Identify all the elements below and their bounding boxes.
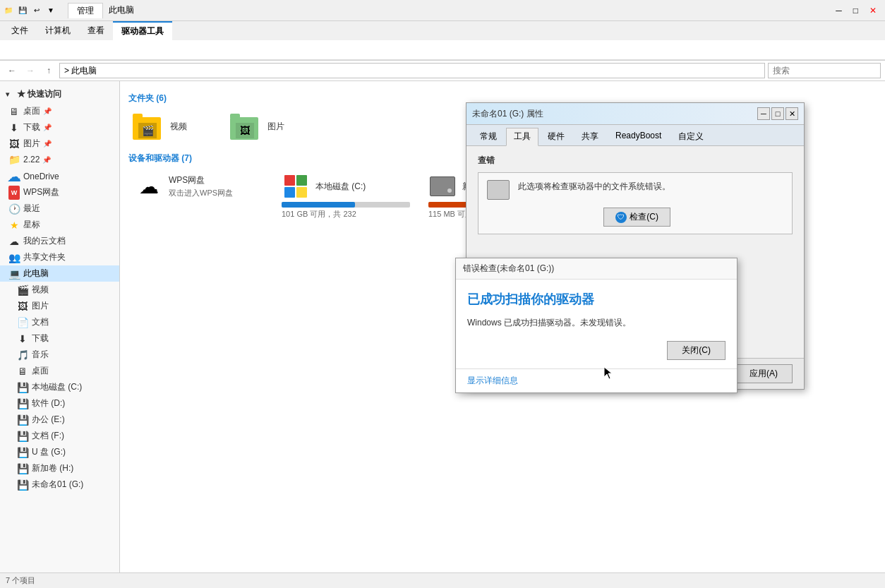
property-dialog-titlebar: 未命名01 (G:) 属性 ─ □ ✕ <box>466 103 804 125</box>
check-btn-wrapper: 🛡 检查(C) <box>518 202 670 227</box>
error-section-desc: 此选项将检查驱动器中的文件系统错误。 🛡 检查(C) <box>518 180 670 227</box>
property-tab-share[interactable]: 共享 <box>574 128 606 145</box>
property-tab-tools[interactable]: 工具 <box>506 128 538 146</box>
error-dialog-title: 错误检查(未命名01 (G:)) <box>456 258 737 280</box>
error-dialog-body: Windows 已成功扫描驱动器。未发现错误。 <box>467 316 726 330</box>
property-dialog-minimize[interactable]: ─ <box>757 107 770 120</box>
property-dialog-title: 未命名01 (G:) 属性 <box>472 108 543 120</box>
error-dialog-detail-link[interactable]: 显示详细信息 <box>467 376 518 385</box>
check-button[interactable]: 🛡 检查(C) <box>603 208 670 227</box>
dialog-overlay: 未命名01 (G:) 属性 ─ □ ✕ 常规 工具 硬件 共享 ReadyBoo… <box>0 0 885 588</box>
svg-marker-0 <box>604 367 612 379</box>
property-dialog-tabs: 常规 工具 硬件 共享 ReadyBoost 自定义 <box>466 125 804 146</box>
error-section-title: 查错 <box>478 155 793 167</box>
property-apply-btn[interactable]: 应用(A) <box>735 364 793 383</box>
cursor <box>604 367 613 380</box>
error-dialog-close-btn[interactable]: 关闭(C) <box>667 341 726 360</box>
property-tab-hardware[interactable]: 硬件 <box>540 128 572 145</box>
property-tab-general[interactable]: 常规 <box>472 128 505 145</box>
property-tab-readyboost[interactable]: ReadyBoost <box>608 128 669 145</box>
property-dialog-close[interactable]: ✕ <box>785 107 798 120</box>
error-dialog-content: 已成功扫描你的驱动器 Windows 已成功扫描驱动器。未发现错误。 关闭(C) <box>456 280 737 368</box>
error-dialog-footer: 显示详细信息 <box>456 368 737 392</box>
disk-icon-small <box>487 180 510 200</box>
property-tab-custom[interactable]: 自定义 <box>670 128 711 145</box>
error-dialog-headline: 已成功扫描你的驱动器 <box>467 291 726 308</box>
property-dialog-maximize[interactable]: □ <box>771 107 784 120</box>
shield-check-icon: 🛡 <box>615 212 627 223</box>
error-check-dialog: 错误检查(未命名01 (G:)) 已成功扫描你的驱动器 Windows 已成功扫… <box>455 258 738 393</box>
dialog-window-controls: ─ □ ✕ <box>757 107 798 120</box>
error-section-box: 此选项将检查驱动器中的文件系统错误。 🛡 检查(C) <box>478 172 793 234</box>
error-dialog-close-wrapper: 关闭(C) <box>467 341 726 360</box>
